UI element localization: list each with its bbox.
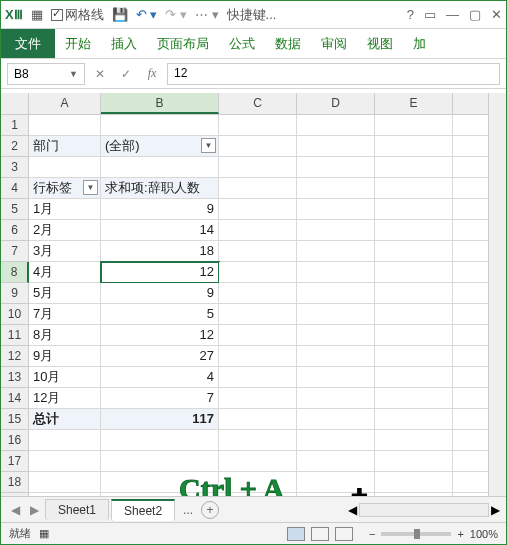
cell[interactable] [375, 262, 453, 283]
cell[interactable] [297, 136, 375, 157]
cell[interactable] [375, 451, 453, 472]
save-icon[interactable]: 💾 [112, 7, 128, 22]
cell[interactable] [375, 367, 453, 388]
more-icon[interactable]: ⋯ ▾ [195, 7, 219, 22]
row-header[interactable]: 3 [1, 157, 29, 178]
cell[interactable] [297, 325, 375, 346]
row-header[interactable]: 1 [1, 115, 29, 136]
cell[interactable] [29, 451, 101, 472]
cell[interactable] [219, 388, 297, 409]
cell[interactable]: 9 [101, 199, 219, 220]
cell[interactable]: 9 [101, 283, 219, 304]
cell[interactable]: 12月 [29, 388, 101, 409]
cell[interactable]: 10月 [29, 367, 101, 388]
cell[interactable] [219, 472, 297, 493]
cell[interactable]: 5月 [29, 283, 101, 304]
cell[interactable] [219, 136, 297, 157]
cell[interactable]: 求和项:辞职人数 [101, 178, 219, 199]
tab-review[interactable]: 审阅 [311, 29, 357, 58]
cell[interactable] [219, 115, 297, 136]
row-header[interactable]: 10 [1, 304, 29, 325]
table-row[interactable]: 1 [1, 115, 506, 136]
sheet-nav-prev-icon[interactable]: ◀ [7, 503, 24, 517]
maximize-icon[interactable]: ▢ [469, 7, 481, 22]
cell[interactable] [29, 157, 101, 178]
cell[interactable]: 12 [101, 262, 219, 283]
table-row[interactable]: 15总计117 [1, 409, 506, 430]
ribbon-collapse-icon[interactable]: ▭ [424, 7, 436, 22]
table-row[interactable]: 1310月4 [1, 367, 506, 388]
table-row[interactable]: 51月9 [1, 199, 506, 220]
table-row[interactable]: 17 [1, 451, 506, 472]
view-pagelayout-icon[interactable] [311, 527, 329, 541]
cell[interactable]: 总计 [29, 409, 101, 430]
shortcut-label[interactable]: 快捷键... [227, 6, 277, 24]
table-row[interactable]: 62月14 [1, 220, 506, 241]
table-row[interactable]: 84月12 [1, 262, 506, 283]
gridlines-toggle[interactable]: 网格线 [51, 6, 104, 24]
cell[interactable] [219, 262, 297, 283]
redo-icon[interactable]: ↷ ▾ [165, 7, 187, 22]
view-normal-icon[interactable] [287, 527, 305, 541]
row-header[interactable]: 6 [1, 220, 29, 241]
table-row[interactable]: 18 [1, 472, 506, 493]
cell[interactable] [297, 346, 375, 367]
cell[interactable]: (全部)▼ [101, 136, 219, 157]
cell[interactable] [375, 388, 453, 409]
cell[interactable] [297, 115, 375, 136]
scroll-left-icon[interactable]: ◀ [348, 503, 357, 517]
cell[interactable] [375, 304, 453, 325]
col-header-D[interactable]: D [297, 93, 375, 114]
cell[interactable] [219, 346, 297, 367]
sheet-more-icon[interactable]: ... [177, 503, 199, 517]
grid-icon[interactable]: ▦ [31, 7, 43, 22]
row-header[interactable]: 14 [1, 388, 29, 409]
cell[interactable] [219, 220, 297, 241]
cell[interactable] [297, 241, 375, 262]
view-pagebreak-icon[interactable] [335, 527, 353, 541]
tab-home[interactable]: 开始 [55, 29, 101, 58]
row-header[interactable]: 4 [1, 178, 29, 199]
row-header[interactable]: 12 [1, 346, 29, 367]
cell[interactable] [219, 283, 297, 304]
cell[interactable] [297, 430, 375, 451]
cell[interactable]: 9月 [29, 346, 101, 367]
cell[interactable] [219, 241, 297, 262]
row-header[interactable]: 13 [1, 367, 29, 388]
cell[interactable] [297, 178, 375, 199]
cell[interactable]: 5 [101, 304, 219, 325]
tab-view[interactable]: 视图 [357, 29, 403, 58]
cell[interactable] [375, 325, 453, 346]
row-header[interactable]: 5 [1, 199, 29, 220]
cell[interactable]: 4月 [29, 262, 101, 283]
cell[interactable]: 3月 [29, 241, 101, 262]
cell[interactable] [297, 283, 375, 304]
zoom-level[interactable]: 100% [470, 528, 498, 540]
cell[interactable] [297, 304, 375, 325]
table-row[interactable]: 1412月7 [1, 388, 506, 409]
cell[interactable] [219, 199, 297, 220]
help-icon[interactable]: ? [407, 7, 414, 22]
filter-dropdown-icon[interactable]: ▼ [83, 180, 98, 195]
zoom-out-icon[interactable]: − [369, 528, 375, 540]
chevron-down-icon[interactable]: ▼ [69, 69, 78, 79]
cell[interactable] [219, 430, 297, 451]
cancel-icon[interactable]: ✕ [89, 63, 111, 85]
table-row[interactable]: 95月9 [1, 283, 506, 304]
row-header[interactable]: 11 [1, 325, 29, 346]
cell[interactable] [219, 367, 297, 388]
cell[interactable] [29, 472, 101, 493]
table-row[interactable]: 129月27 [1, 346, 506, 367]
close-icon[interactable]: ✕ [491, 7, 502, 22]
cell[interactable] [219, 304, 297, 325]
cell[interactable]: 14 [101, 220, 219, 241]
cell[interactable] [297, 451, 375, 472]
new-sheet-button[interactable]: + [201, 501, 219, 519]
cell[interactable]: 12 [101, 325, 219, 346]
spreadsheet-grid[interactable]: A B C D E 12部门(全部)▼34行标签▼求和项:辞职人数51月962月… [1, 93, 506, 496]
cell[interactable]: 4 [101, 367, 219, 388]
cell[interactable] [101, 430, 219, 451]
table-row[interactable]: 73月18 [1, 241, 506, 262]
horizontal-scroll[interactable]: ◀ ▶ [348, 503, 500, 517]
sheet-nav-next-icon[interactable]: ▶ [26, 503, 43, 517]
